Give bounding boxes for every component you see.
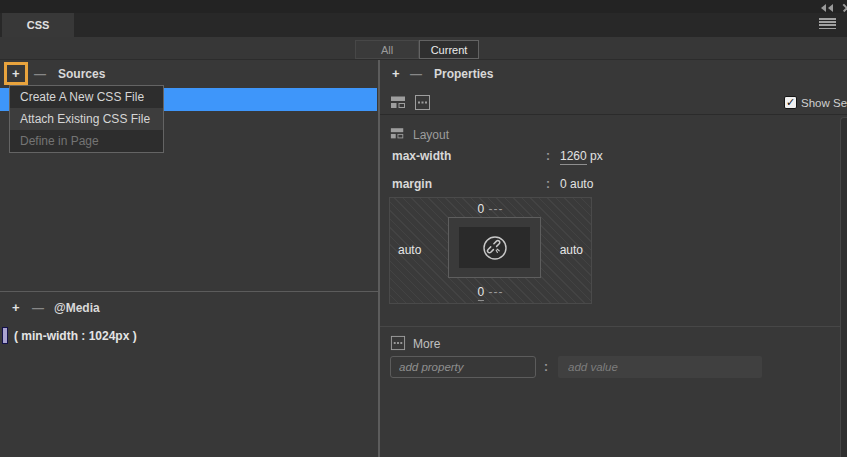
chevron-left-icon [821, 4, 826, 12]
chevron-left-icon [828, 4, 833, 12]
layout-category-icon[interactable] [390, 94, 407, 115]
remove-property-button[interactable]: — [410, 67, 422, 81]
property-name-margin: margin [392, 177, 432, 191]
max-width-number[interactable]: 1260 [560, 149, 587, 165]
properties-header: Properties [434, 67, 493, 81]
menu-item-create-new-css[interactable]: Create A New CSS File [10, 86, 163, 108]
more-section-icon [390, 335, 406, 355]
colon-separator: : [544, 360, 548, 374]
broken-link-icon [482, 235, 508, 261]
margin-left-value[interactable]: auto [398, 243, 421, 257]
properties-pane: + — Properties ✓ Show Set [380, 60, 847, 457]
menu-item-attach-existing-css[interactable]: Attach Existing CSS File [10, 108, 163, 130]
all-button[interactable]: All [355, 40, 419, 59]
colon-separator: : [546, 149, 550, 163]
margin-bottom-dashes: --- [489, 285, 504, 299]
add-source-menu: Create A New CSS File Attach Existing CS… [9, 85, 164, 153]
margin-top-dashes: --- [489, 202, 504, 216]
max-width-unit: px [590, 149, 603, 163]
click-highlight-annotation [4, 62, 28, 85]
margin-link-toggle[interactable] [459, 227, 530, 268]
divider [380, 326, 847, 327]
margin-right-value[interactable]: auto [560, 243, 583, 257]
max-width-value[interactable]: 1260 px [560, 149, 603, 163]
collapse-to-icons-icon[interactable] [821, 4, 833, 12]
margin-box-element [448, 217, 541, 278]
panel-menu-icon[interactable] [819, 18, 836, 30]
margin-bottom-field[interactable]: 0 --- [477, 282, 503, 300]
margin-top-field[interactable]: 0 --- [477, 199, 503, 217]
media-header: @Media [54, 301, 100, 315]
more-section-label: More [413, 337, 440, 351]
layout-section-label: Layout [413, 128, 449, 142]
margin-value[interactable]: 0 auto [560, 177, 593, 191]
add-media-query-button[interactable]: + [12, 300, 20, 315]
divider [380, 114, 847, 115]
tab-css-designer[interactable]: CSS Designer [2, 13, 74, 37]
scrollbar[interactable] [840, 117, 847, 457]
sources-media-pane: + — Sources Create A New CSS File Attach… [0, 60, 378, 457]
sources-media-splitter[interactable] [0, 291, 378, 292]
tab-bar [0, 13, 847, 37]
margin-top-value[interactable]: 0 [477, 202, 484, 218]
view-toggle-bar: All Current [0, 37, 847, 60]
layout-section-icon [390, 126, 405, 145]
show-set-checkbox[interactable]: ✓ [784, 96, 797, 109]
remove-source-button[interactable]: — [34, 67, 46, 81]
add-property-button[interactable]: + [392, 66, 400, 81]
close-icon[interactable] [842, 4, 847, 12]
add-property-input[interactable] [390, 356, 536, 378]
add-value-input[interactable] [558, 356, 762, 378]
panel-top-strip [0, 0, 847, 13]
more-category-icon[interactable] [414, 94, 431, 115]
menu-item-define-in-page: Define in Page [10, 130, 163, 152]
margin-bottom-value[interactable]: 0 [477, 285, 484, 301]
css-designer-panel: CSS Designer All Current + — Sources Cre… [0, 0, 847, 457]
margin-box-diagram: 0 --- 0 --- auto auto [389, 197, 592, 304]
media-query-marker [2, 327, 8, 344]
property-name-max-width: max-width [392, 149, 451, 163]
colon-separator: : [546, 177, 550, 191]
sources-header: Sources [58, 67, 105, 81]
media-query-item[interactable]: ( min-width : 1024px ) [14, 329, 137, 343]
remove-media-query-button[interactable]: — [32, 301, 44, 315]
current-button[interactable]: Current [419, 40, 479, 59]
show-set-label: Show Set [801, 97, 847, 109]
